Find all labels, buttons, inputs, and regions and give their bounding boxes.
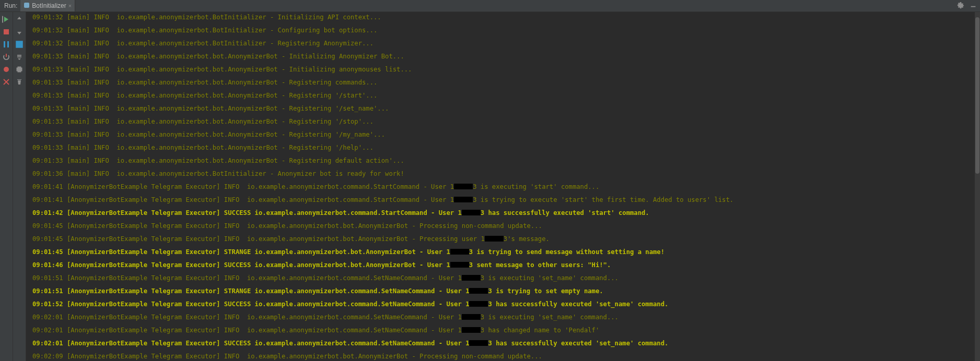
redacted-segment xyxy=(450,249,469,255)
tab-label: BotInitializer xyxy=(32,2,66,9)
redacted-segment xyxy=(462,314,481,320)
log-line: 09:01:33 [main] INFO io.example.anonymiz… xyxy=(32,118,973,125)
log-line: 09:01:46 [AnonymizerBotExample Telegram … xyxy=(32,262,973,269)
log-line: 09:01:33 [main] INFO io.example.anonymiz… xyxy=(32,131,973,138)
svg-rect-2 xyxy=(4,29,9,34)
redacted-segment xyxy=(469,301,488,307)
log-line: 09:02:01 [AnonymizerBotExample Telegram … xyxy=(32,340,973,347)
close-icon[interactable] xyxy=(2,78,10,86)
stop-icon[interactable] xyxy=(2,28,10,36)
close-tab-icon[interactable]: × xyxy=(68,3,72,9)
log-line: 09:01:32 [main] INFO io.example.anonymiz… xyxy=(32,40,973,47)
run-toolbar-secondary xyxy=(13,12,26,361)
log-line: 09:01:41 [AnonymizerBotExample Telegram … xyxy=(32,197,973,203)
redacted-segment xyxy=(462,210,481,215)
vertical-scrollbar[interactable] xyxy=(975,12,980,361)
log-line: 09:01:51 [AnonymizerBotExample Telegram … xyxy=(32,288,973,295)
redacted-segment xyxy=(469,340,488,346)
gear-icon[interactable] xyxy=(957,2,964,10)
log-line: 09:01:33 [main] INFO io.example.anonymiz… xyxy=(32,145,973,151)
breakpoint-mute-icon[interactable] xyxy=(2,65,10,74)
log-line: 09:01:45 [AnonymizerBotExample Telegram … xyxy=(32,223,973,230)
tab-botinitializer[interactable]: BotInitializer × xyxy=(20,0,75,11)
log-line: 09:02:09 [AnonymizerBotExample Telegram … xyxy=(32,353,973,360)
log-line: 09:01:32 [main] INFO io.example.anonymiz… xyxy=(32,27,973,34)
svg-rect-9 xyxy=(18,70,21,72)
pause-icon[interactable] xyxy=(2,40,10,49)
trash-icon[interactable] xyxy=(15,78,24,86)
console-output[interactable]: 09:01:32 [main] INFO io.example.anonymiz… xyxy=(26,12,975,361)
redacted-segment xyxy=(454,184,473,189)
svg-rect-0 xyxy=(24,3,29,8)
redacted-segment xyxy=(485,236,504,242)
svg-point-5 xyxy=(4,67,9,72)
arrow-down-icon[interactable] xyxy=(15,28,24,36)
log-line: 09:01:33 [main] INFO io.example.anonymiz… xyxy=(32,158,973,164)
log-line: 09:01:41 [AnonymizerBotExample Telegram … xyxy=(32,184,973,190)
redacted-segment xyxy=(469,288,488,294)
log-line: 09:01:52 [AnonymizerBotExample Telegram … xyxy=(32,301,973,308)
log-line: 09:01:45 [AnonymizerBotExample Telegram … xyxy=(32,249,973,256)
log-line: 09:01:33 [main] INFO io.example.anonymiz… xyxy=(32,53,973,60)
application-icon xyxy=(24,2,30,10)
run-tab-bar: Run: BotInitializer × xyxy=(0,0,980,12)
minimize-icon[interactable] xyxy=(970,2,977,10)
log-line: 09:01:32 [main] INFO io.example.anonymiz… xyxy=(32,14,973,21)
svg-rect-4 xyxy=(7,41,9,47)
scroll-to-end-icon[interactable] xyxy=(15,53,24,61)
exit-icon[interactable] xyxy=(2,53,10,61)
svg-rect-1 xyxy=(971,6,976,7)
log-line: 09:01:33 [main] INFO io.example.anonymiz… xyxy=(32,79,973,86)
log-line: 09:01:33 [main] INFO io.example.anonymiz… xyxy=(32,105,973,112)
redacted-segment xyxy=(454,197,473,202)
log-line: 09:01:45 [AnonymizerBotExample Telegram … xyxy=(32,236,973,243)
arrow-up-icon[interactable] xyxy=(15,15,24,23)
run-toolbar-primary xyxy=(0,12,13,361)
log-line: 09:01:36 [main] INFO io.example.anonymiz… xyxy=(32,171,973,177)
svg-rect-3 xyxy=(4,41,5,47)
log-line: 09:01:33 [main] INFO io.example.anonymiz… xyxy=(32,66,973,73)
print-icon[interactable] xyxy=(15,65,24,74)
softwrap-icon[interactable] xyxy=(15,40,24,49)
log-line: 09:01:51 [AnonymizerBotExample Telegram … xyxy=(32,275,973,282)
redacted-segment xyxy=(450,262,469,268)
svg-rect-8 xyxy=(18,67,21,68)
redacted-segment xyxy=(462,327,481,333)
rerun-icon[interactable] xyxy=(2,15,10,23)
log-line: 09:01:33 [main] INFO io.example.anonymiz… xyxy=(32,92,973,99)
scrollbar-thumb[interactable] xyxy=(975,17,979,174)
log-line: 09:02:01 [AnonymizerBotExample Telegram … xyxy=(32,314,973,321)
run-panel-label: Run: xyxy=(1,2,20,9)
log-line: 09:02:01 [AnonymizerBotExample Telegram … xyxy=(32,327,973,334)
redacted-segment xyxy=(462,275,481,281)
log-line: 09:01:42 [AnonymizerBotExample Telegram … xyxy=(32,210,973,216)
